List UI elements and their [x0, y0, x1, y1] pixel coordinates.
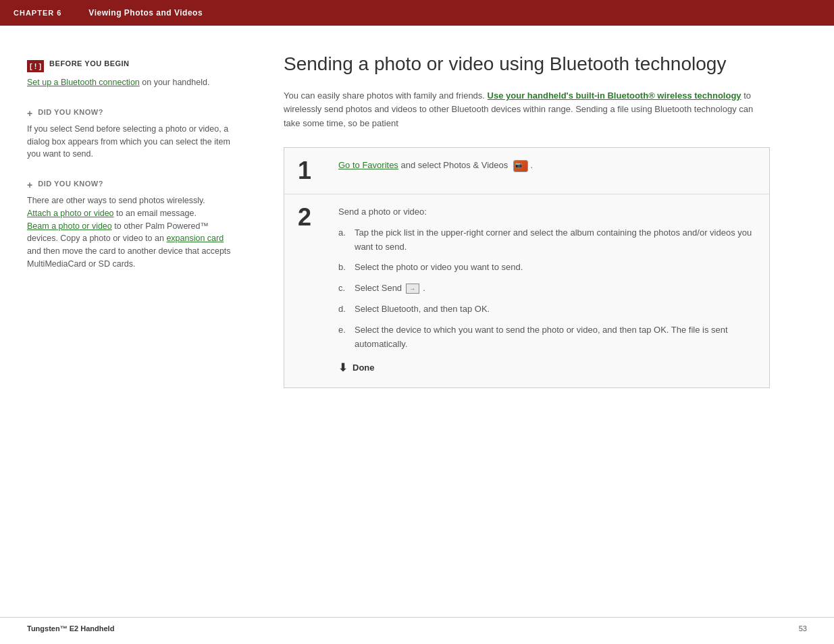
- set-up-bluetooth-link[interactable]: Set up a Bluetooth connection: [27, 78, 140, 87]
- step-2b-letter: b.: [338, 261, 349, 275]
- step-1-text: and select Photos & Videos: [401, 160, 509, 170]
- intro-paragraph: You can easily share photos with family …: [284, 89, 770, 131]
- chapter-label: CHAPTER 6: [14, 9, 61, 17]
- did-you-know-2-section: + Did You Know? There are other ways to …: [27, 180, 236, 271]
- sidebar: [ ! ] Before You Begin Set up a Bluetoot…: [0, 26, 250, 617]
- footer-page-number: 53: [799, 624, 807, 633]
- dyk2-text4: and then move the card to another device…: [27, 246, 231, 269]
- dyk2-text1: There are other ways to send photos wire…: [27, 196, 205, 205]
- step-2d: d. Select Bluetooth, and then tap OK.: [338, 302, 756, 317]
- chapter-title: Viewing Photos and Videos: [88, 8, 203, 18]
- main-content: Sending a photo or video using Bluetooth…: [250, 26, 834, 617]
- footer: Tungsten™ E2 Handheld 53: [0, 617, 834, 639]
- step-2c-letter: c.: [338, 281, 349, 296]
- done-label: Done: [353, 361, 375, 375]
- step-2-title: Send a photo or video:: [338, 205, 756, 219]
- step-1-number: 1: [298, 159, 325, 183]
- step-1-content: Go to Favorites and select Photos & Vide…: [338, 159, 756, 173]
- dyk2-text2: to an email message.: [116, 209, 197, 218]
- steps-container: 1 Go to Favorites and select Photos & Vi…: [284, 147, 770, 388]
- step-2e-letter: e.: [338, 323, 349, 352]
- before-you-begin-section: [ ! ] Before You Begin Set up a Bluetoot…: [27, 59, 236, 89]
- bluetooth-tech-link[interactable]: Use your handheld's built-in Bluetooth® …: [488, 90, 741, 101]
- attach-photo-link[interactable]: Attach a photo or video: [27, 209, 114, 218]
- photos-videos-icon: 📷: [513, 160, 528, 172]
- did-you-know-2-text: There are other ways to send photos wire…: [27, 194, 236, 271]
- exclaim-row: [ ! ] Before You Begin: [27, 59, 236, 72]
- plus-row-2: + Did You Know?: [27, 180, 236, 190]
- did-you-know-1-section: + Did You Know? If you select Send befor…: [27, 108, 236, 161]
- step-2c: c. Select Send → .: [338, 281, 756, 296]
- header-bar: CHAPTER 6 Viewing Photos and Videos: [0, 0, 834, 26]
- step-2e: e. Select the device to which you want t…: [338, 323, 756, 352]
- did-you-know-1-text: If you select Send before selecting a ph…: [27, 123, 236, 161]
- done-row: ⬇ Done: [338, 359, 756, 377]
- done-arrow-icon: ⬇: [338, 359, 347, 377]
- plus-icon-1: +: [27, 108, 32, 119]
- expansion-card-link[interactable]: expansion card: [166, 234, 224, 243]
- brand-text: Tungsten™ E2 Handheld: [27, 624, 114, 633]
- step-2a-letter: a.: [338, 226, 349, 254]
- plus-icon-2: +: [27, 180, 32, 190]
- step-2-number: 2: [298, 205, 325, 230]
- send-button-icon: →: [406, 284, 419, 294]
- before-you-begin-text: Set up a Bluetooth connection on your ha…: [27, 76, 236, 89]
- beam-photo-link[interactable]: Beam a photo or video: [27, 221, 112, 231]
- main-layout: [ ! ] Before You Begin Set up a Bluetoot…: [0, 26, 834, 617]
- step-2b: b. Select the photo or video you want to…: [338, 261, 756, 275]
- step-2d-letter: d.: [338, 302, 349, 317]
- step-2d-text: Select Bluetooth, and then tap OK.: [355, 302, 490, 317]
- step-2a: a. Tap the pick list in the upper-right …: [338, 226, 756, 254]
- go-to-favorites-link[interactable]: Go to Favorites: [338, 160, 398, 170]
- exclaim-badge: [ ! ]: [27, 60, 44, 72]
- step-2-row: 2 Send a photo or video: a. Tap the pick…: [284, 194, 769, 387]
- step-2e-text: Select the device to which you want to s…: [355, 323, 756, 352]
- step-1-row: 1 Go to Favorites and select Photos & Vi…: [284, 148, 769, 194]
- step-2-content: Send a photo or video: a. Tap the pick l…: [338, 205, 756, 377]
- did-you-know-2-label: Did You Know?: [38, 180, 103, 188]
- step-2b-text: Select the photo or video you want to se…: [355, 261, 523, 275]
- step-2c-text: Select Send → .: [355, 281, 425, 296]
- intro-text-before: You can easily share photos with family …: [284, 90, 485, 101]
- footer-brand: Tungsten™ E2 Handheld: [27, 624, 114, 633]
- page-heading: Sending a photo or video using Bluetooth…: [284, 53, 793, 76]
- step-2a-text: Tap the pick list in the upper-right cor…: [355, 226, 756, 254]
- step-2-list: a. Tap the pick list in the upper-right …: [338, 226, 756, 352]
- did-you-know-1-label: Did You Know?: [38, 108, 103, 116]
- before-you-begin-label: Before You Begin: [49, 59, 129, 68]
- plus-row-1: + Did You Know?: [27, 108, 236, 119]
- before-you-begin-rest: on your handheld.: [142, 78, 209, 87]
